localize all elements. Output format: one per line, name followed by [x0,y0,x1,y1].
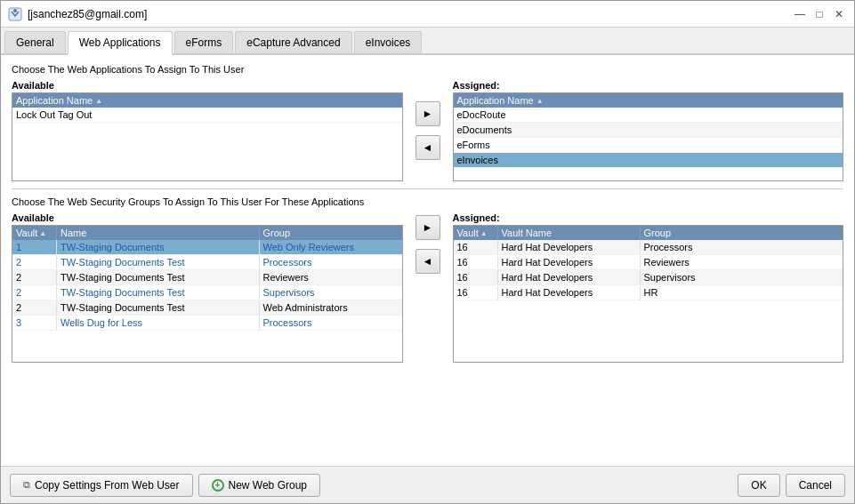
title-bar-left: [jsanchez85@gmail.com] [8,7,147,21]
assigned-app-item-3[interactable]: eInvoices [454,153,843,168]
assigned-apps-title: Assigned: [453,80,844,91]
tab-einvoices[interactable]: eInvoices [354,31,423,53]
tab-web-applications[interactable]: Web Applications [68,31,173,55]
bottom-right-buttons: OK Cancel [738,474,845,497]
close-button[interactable]: ✕ [831,6,847,22]
tabs-bar: General Web Applications eForms eCapture… [1,28,854,55]
web-apps-arrows: ► ◄ [410,99,446,163]
tab-eforms[interactable]: eForms [174,31,234,53]
add-app-button[interactable]: ► [415,101,440,126]
assigned-sg-panel: Assigned: Vault ▲ Vault Name [453,212,844,363]
assigned-sg-row-1[interactable]: 16 Hard Hat Developers Reviewers [454,255,843,270]
main-window: [jsanchez85@gmail.com] — □ ✕ General Web… [0,0,855,504]
assigned-sg-title: Assigned: [453,212,844,223]
available-sg-row-4[interactable]: 2 TW-Staging Documents Test Web Administ… [12,300,402,316]
title-bar-controls: — □ ✕ [792,6,847,22]
assigned-apps-list[interactable]: Application Name ▲ eDocRoute eDocuments … [453,92,844,181]
asg-header-vault-name: Vault Name [498,226,641,240]
sort-arrow-available: ▲ [95,97,102,105]
assigned-app-item-2[interactable]: eForms [454,138,843,153]
bottom-bar: ⧉ Copy Settings From Web User + New Web … [1,466,854,503]
cancel-button[interactable]: Cancel [786,474,845,497]
sg-arrows: ► ◄ [410,212,446,276]
bottom-left-buttons: ⧉ Copy Settings From Web User + New Web … [10,474,320,497]
sg-header-vault: Vault ▲ [12,226,57,240]
available-sg-table[interactable]: Vault ▲ Name Group 1 TW [12,225,403,363]
sg-header-group: Group [260,226,402,240]
new-group-icon: + [212,479,224,492]
available-sg-header: Vault ▲ Name Group [12,226,402,240]
assigned-sg-row-3[interactable]: 16 Hard Hat Developers HR [454,285,843,300]
web-apps-instructions: Choose The Web Applications To Assign To… [12,64,843,75]
assigned-apps-header: Application Name ▲ [454,93,843,108]
asg-header-group: Group [641,226,783,240]
available-apps-header-name: Application Name ▲ [16,95,399,106]
svg-point-1 [13,9,17,12]
security-groups-panels: Available Vault ▲ Name Group [12,212,843,363]
available-sg-panel: Available Vault ▲ Name Group [12,212,403,363]
available-apps-title: Available [12,80,403,91]
sg-header-name: Name [57,226,260,240]
copy-settings-button[interactable]: ⧉ Copy Settings From Web User [10,474,193,497]
assigned-apps-panel: Assigned: Application Name ▲ eDocRoute e… [453,80,844,181]
assigned-sg-row-2[interactable]: 16 Hard Hat Developers Supervisors [454,270,843,285]
window-title: [jsanchez85@gmail.com] [28,8,147,20]
available-sg-row-0[interactable]: 1 TW-Staging Documents Web Only Reviewer… [12,240,402,255]
available-sg-title: Available [12,212,403,223]
available-apps-header: Application Name ▲ [12,93,402,108]
remove-sg-button[interactable]: ◄ [415,249,440,274]
add-sg-button[interactable]: ► [415,215,440,240]
assigned-apps-header-name: Application Name ▲ [457,95,840,106]
sort-arrow-assigned: ▲ [536,97,544,105]
new-web-group-button[interactable]: + New Web Group [198,474,320,497]
available-sg-row-1[interactable]: 2 TW-Staging Documents Test Processors [12,255,402,270]
available-sg-row-2[interactable]: 2 TW-Staging Documents Test Reviewers [12,270,402,285]
maximize-button[interactable]: □ [811,6,827,22]
remove-app-button[interactable]: ◄ [415,135,440,160]
asg-header-vault: Vault ▲ [454,226,498,240]
ok-button[interactable]: OK [738,474,779,497]
tab-ecapture[interactable]: eCapture Advanced [235,31,351,53]
available-apps-panel: Available Application Name ▲ Lock Out Ta… [12,80,403,181]
assigned-sg-row-0[interactable]: 16 Hard Hat Developers Processors [454,240,843,255]
minimize-button[interactable]: — [792,6,808,22]
title-bar: [jsanchez85@gmail.com] — □ ✕ [1,1,854,28]
section-divider [12,188,843,189]
web-apps-panels: Available Application Name ▲ Lock Out Ta… [12,80,843,181]
assigned-app-item-1[interactable]: eDocuments [454,123,843,138]
available-sg-row-3[interactable]: 2 TW-Staging Documents Test Supervisors [12,285,402,300]
security-groups-section: Choose The Web Security Groups To Assign… [12,196,843,363]
assigned-sg-header: Vault ▲ Vault Name Group [454,226,843,240]
available-sg-row-5[interactable]: 3 Wells Dug for Less Processors [12,316,402,331]
available-app-item[interactable]: Lock Out Tag Out [12,108,402,123]
copy-icon: ⧉ [23,479,30,491]
assigned-app-item-0[interactable]: eDocRoute [454,108,843,123]
app-icon [8,7,22,21]
content-area: Choose The Web Applications To Assign To… [1,55,854,466]
assigned-sg-table[interactable]: Vault ▲ Vault Name Group 16 [453,225,844,363]
security-groups-instructions: Choose The Web Security Groups To Assign… [12,196,843,207]
available-apps-list[interactable]: Application Name ▲ Lock Out Tag Out [12,92,403,181]
tab-general[interactable]: General [4,31,66,53]
